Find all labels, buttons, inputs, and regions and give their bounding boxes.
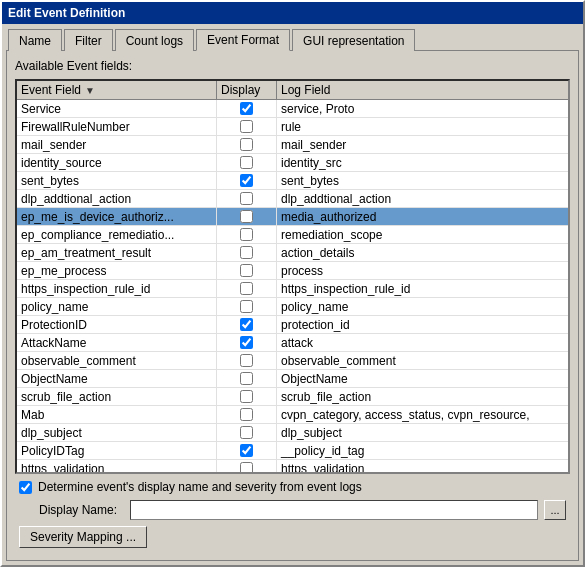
display-checkbox[interactable]	[240, 354, 253, 367]
display-name-row: Display Name: ...	[19, 500, 566, 520]
table-row[interactable]: ep_compliance_remediatio...remediation_s…	[17, 226, 568, 244]
display-name-input[interactable]	[130, 500, 538, 520]
field-cell: Service	[17, 100, 217, 117]
table-row[interactable]: https_validationhttps_validation	[17, 460, 568, 472]
display-checkbox[interactable]	[240, 174, 253, 187]
severity-mapping-button[interactable]: Severity Mapping ...	[19, 526, 147, 548]
display-cell[interactable]	[217, 424, 277, 441]
field-cell: sent_bytes	[17, 172, 217, 189]
display-cell[interactable]	[217, 244, 277, 261]
display-cell[interactable]	[217, 100, 277, 117]
display-cell[interactable]	[217, 226, 277, 243]
table-body[interactable]: Serviceservice, ProtoFirewallRuleNumberr…	[17, 100, 568, 472]
field-cell: https_validation	[17, 460, 217, 472]
display-cell[interactable]	[217, 442, 277, 459]
field-cell: observable_comment	[17, 352, 217, 369]
display-cell[interactable]	[217, 190, 277, 207]
table-row[interactable]: policy_namepolicy_name	[17, 298, 568, 316]
table-row[interactable]: FirewallRuleNumberrule	[17, 118, 568, 136]
table-row[interactable]: scrub_file_actionscrub_file_action	[17, 388, 568, 406]
display-checkbox[interactable]	[240, 282, 253, 295]
table-row[interactable]: AttackNameattack	[17, 334, 568, 352]
event-fields-table: Event Field ▼ Display Log Field Services…	[15, 79, 570, 474]
display-checkbox[interactable]	[240, 120, 253, 133]
field-cell: identity_source	[17, 154, 217, 171]
table-row[interactable]: ObjectNameObjectName	[17, 370, 568, 388]
log-field-cell: observable_comment	[277, 352, 568, 369]
field-cell: policy_name	[17, 298, 217, 315]
table-row[interactable]: https_inspection_rule_idhttps_inspection…	[17, 280, 568, 298]
log-field-cell: attack	[277, 334, 568, 351]
table-row[interactable]: ep_me_is_device_authoriz...media_authori…	[17, 208, 568, 226]
table-row[interactable]: ep_me_processprocess	[17, 262, 568, 280]
display-checkbox[interactable]	[240, 192, 253, 205]
display-cell[interactable]	[217, 208, 277, 225]
ellipsis-button[interactable]: ...	[544, 500, 566, 520]
log-field-cell: service, Proto	[277, 100, 568, 117]
display-cell[interactable]	[217, 136, 277, 153]
display-cell[interactable]	[217, 262, 277, 279]
display-checkbox[interactable]	[240, 210, 253, 223]
table-row[interactable]: Mabcvpn_category, access_status, cvpn_re…	[17, 406, 568, 424]
log-field-cell: process	[277, 262, 568, 279]
title-bar: Edit Event Definition	[2, 2, 583, 24]
display-cell[interactable]	[217, 298, 277, 315]
display-checkbox[interactable]	[240, 390, 253, 403]
display-cell[interactable]	[217, 352, 277, 369]
display-cell[interactable]	[217, 154, 277, 171]
table-row[interactable]: Serviceservice, Proto	[17, 100, 568, 118]
field-cell: mail_sender	[17, 136, 217, 153]
display-cell[interactable]	[217, 280, 277, 297]
display-cell[interactable]	[217, 370, 277, 387]
display-checkbox[interactable]	[240, 156, 253, 169]
display-checkbox[interactable]	[240, 426, 253, 439]
display-checkbox[interactable]	[240, 318, 253, 331]
display-cell[interactable]	[217, 334, 277, 351]
table-row[interactable]: sent_bytessent_bytes	[17, 172, 568, 190]
display-checkbox[interactable]	[240, 102, 253, 115]
display-cell[interactable]	[217, 118, 277, 135]
log-field-cell: https_inspection_rule_id	[277, 280, 568, 297]
table-row[interactable]: PolicyIDTag__policy_id_tag	[17, 442, 568, 460]
display-checkbox[interactable]	[240, 228, 253, 241]
display-checkbox[interactable]	[240, 300, 253, 313]
tab-event-format[interactable]: Event Format	[196, 29, 290, 51]
display-cell[interactable]	[217, 388, 277, 405]
display-checkbox[interactable]	[240, 372, 253, 385]
log-field-cell: protection_id	[277, 316, 568, 333]
sort-arrow: ▼	[85, 85, 95, 96]
display-name-label: Display Name:	[39, 503, 124, 517]
display-cell[interactable]	[217, 172, 277, 189]
display-checkbox[interactable]	[240, 138, 253, 151]
display-cell[interactable]	[217, 406, 277, 423]
log-field-cell: mail_sender	[277, 136, 568, 153]
display-checkbox[interactable]	[240, 408, 253, 421]
log-field-cell: media_authorized	[277, 208, 568, 225]
display-checkbox[interactable]	[240, 462, 253, 472]
determine-checkbox[interactable]	[19, 481, 32, 494]
display-checkbox[interactable]	[240, 336, 253, 349]
tab-filter[interactable]: Filter	[64, 29, 113, 51]
log-field-cell: dlp_addtional_action	[277, 190, 568, 207]
tab-gui-representation[interactable]: GUI representation	[292, 29, 415, 51]
display-checkbox[interactable]	[240, 444, 253, 457]
table-row[interactable]: dlp_addtional_actiondlp_addtional_action	[17, 190, 568, 208]
log-field-cell: cvpn_category, access_status, cvpn_resou…	[277, 406, 568, 423]
tab-count-logs[interactable]: Count logs	[115, 29, 194, 51]
table-row[interactable]: ep_am_treatment_resultaction_details	[17, 244, 568, 262]
log-field-cell: scrub_file_action	[277, 388, 568, 405]
table-row[interactable]: dlp_subjectdlp_subject	[17, 424, 568, 442]
table-row[interactable]: identity_sourceidentity_src	[17, 154, 568, 172]
table-row[interactable]: ProtectionIDprotection_id	[17, 316, 568, 334]
display-cell[interactable]	[217, 460, 277, 472]
display-checkbox[interactable]	[240, 264, 253, 277]
tab-name[interactable]: Name	[8, 29, 62, 51]
field-cell: dlp_subject	[17, 424, 217, 441]
display-cell[interactable]	[217, 316, 277, 333]
field-cell: ProtectionID	[17, 316, 217, 333]
display-checkbox[interactable]	[240, 246, 253, 259]
field-cell: dlp_addtional_action	[17, 190, 217, 207]
determine-label: Determine event's display name and sever…	[38, 480, 362, 494]
table-row[interactable]: mail_sendermail_sender	[17, 136, 568, 154]
table-row[interactable]: observable_commentobservable_comment	[17, 352, 568, 370]
